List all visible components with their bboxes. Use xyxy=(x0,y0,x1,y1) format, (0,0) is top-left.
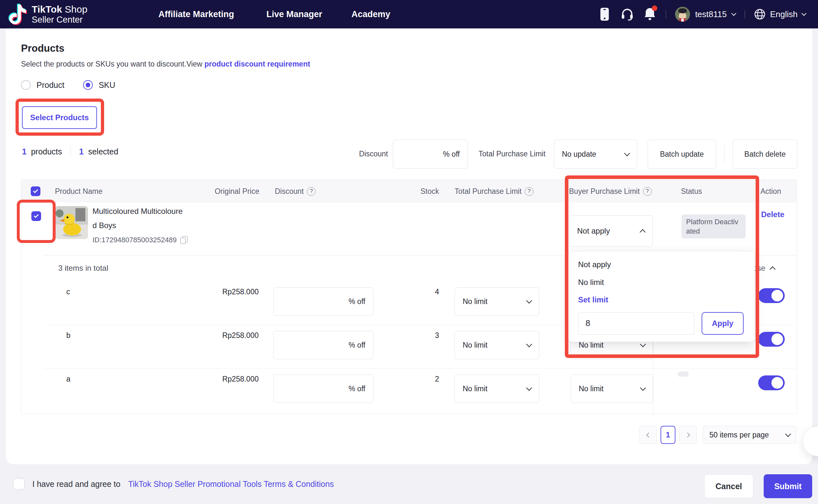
notification-bell-icon[interactable] xyxy=(643,7,657,22)
products-count: 1 xyxy=(22,147,26,156)
batch-discount-label: Discount xyxy=(356,150,388,158)
discount-requirement-link[interactable]: product discount requirement xyxy=(204,60,310,68)
radio-product[interactable] xyxy=(21,80,31,90)
submit-button[interactable]: Submit xyxy=(764,474,812,498)
select-all-checkbox[interactable] xyxy=(31,186,40,196)
nav-academy[interactable]: Academy xyxy=(351,0,390,28)
col-product-name: Product Name xyxy=(55,180,102,203)
batch-discount-input-box: % off xyxy=(393,140,468,169)
chevron-down-icon xyxy=(526,385,532,391)
terms-checkbox[interactable] xyxy=(13,478,25,490)
radio-product-label: Product xyxy=(37,80,64,90)
copy-icon[interactable] xyxy=(180,236,188,244)
page: TikTok Shop Seller Center Affiliate Mark… xyxy=(0,0,818,504)
check-icon xyxy=(33,188,38,193)
batch-update-button[interactable]: Batch update xyxy=(648,140,716,169)
brand-subtitle: Seller Center xyxy=(32,15,87,24)
sku-discount-input[interactable] xyxy=(274,288,349,315)
batch-delete-button[interactable]: Batch delete xyxy=(733,140,797,169)
buyer-limit-help-icon[interactable] xyxy=(643,187,652,196)
pagination-next-button[interactable] xyxy=(679,426,697,444)
page-size-select[interactable]: 50 items per page xyxy=(703,426,796,444)
col-buyer-purchase-limit: Buyer Purchase Limit xyxy=(569,180,652,203)
support-headset-icon[interactable] xyxy=(621,7,634,22)
dropdown-option-not-apply[interactable]: Not apply xyxy=(578,259,745,270)
sku-name: b xyxy=(66,331,70,340)
dropdown-option-set-limit[interactable]: Set limit xyxy=(578,294,745,305)
username: test8115 xyxy=(695,9,727,19)
col-status: Status xyxy=(681,180,702,203)
toggle-knob xyxy=(771,290,783,301)
sku-total-limit-select[interactable]: No limit xyxy=(455,331,539,359)
sku-buyer-limit-select[interactable]: No limit xyxy=(571,374,653,403)
mobile-app-icon[interactable] xyxy=(598,7,611,22)
sku-discount-input[interactable] xyxy=(274,331,349,359)
user-menu[interactable]: test8115 xyxy=(675,7,736,22)
language-selector[interactable]: English xyxy=(754,8,806,20)
pagination-prev-button[interactable] xyxy=(639,426,657,444)
page-title: Products xyxy=(21,43,64,54)
chevron-down-icon xyxy=(640,385,646,391)
sku-discount-input-box: % off xyxy=(273,287,373,316)
limit-input[interactable] xyxy=(578,318,694,328)
sku-stock: 3 xyxy=(413,331,439,340)
select-all-checkbox-cell xyxy=(31,180,40,203)
sku-active-toggle[interactable] xyxy=(758,288,785,303)
pagination-page-1[interactable]: 1 xyxy=(661,426,676,444)
terms-link[interactable]: TikTok Shop Seller Promotional Tools Ter… xyxy=(128,479,334,489)
product-id: ID:1729480785003252489 xyxy=(92,236,177,244)
batch-discount-input[interactable] xyxy=(393,140,443,168)
check-icon xyxy=(34,213,39,218)
batch-total-limit-label: Total Purchase Limit xyxy=(478,150,545,158)
col-action: Action xyxy=(760,180,781,203)
sku-active-toggle[interactable] xyxy=(758,375,785,390)
chevron-left-icon xyxy=(646,432,651,437)
sku-total-limit-select[interactable]: No limit xyxy=(455,287,539,316)
product-buyer-limit-select[interactable]: Not apply xyxy=(569,215,653,247)
selected-count: 1 xyxy=(79,147,84,156)
sku-price: Rp258.000 xyxy=(207,331,259,340)
tiktok-note-icon xyxy=(8,4,27,25)
delete-action-link[interactable]: Delete xyxy=(761,210,784,219)
selected-count-label: selected xyxy=(88,147,118,156)
product-name-line2[interactable]: d Boys xyxy=(92,222,116,229)
top-nav-bar: TikTok Shop Seller Center Affiliate Mark… xyxy=(0,0,818,28)
brand-logo[interactable]: TikTok Shop Seller Center xyxy=(8,4,87,25)
nav-affiliate-marketing[interactable]: Affiliate Marketing xyxy=(158,0,234,28)
selection-counts: 1 products 1 selected xyxy=(22,145,118,158)
cancel-button[interactable]: Cancel xyxy=(704,474,753,498)
sku-price: Rp258.000 xyxy=(207,288,259,296)
nav-live-manager[interactable]: Live Manager xyxy=(267,0,322,28)
product-image xyxy=(55,206,88,239)
sku-total-limit-select[interactable]: No limit xyxy=(455,374,539,403)
sku-price: Rp258.000 xyxy=(207,375,259,383)
apply-button[interactable]: Apply xyxy=(702,312,744,335)
notification-dot xyxy=(652,5,657,11)
product-row-checkbox[interactable] xyxy=(31,211,41,221)
discount-help-icon[interactable] xyxy=(307,187,316,196)
chevron-down-icon xyxy=(640,341,646,347)
terms-agreement: I have read and agree to TikTok Shop Sel… xyxy=(13,475,334,493)
chevron-down-icon xyxy=(624,150,630,156)
chevron-down-icon xyxy=(731,11,736,16)
sku-active-toggle[interactable] xyxy=(758,332,785,347)
select-products-button[interactable]: Select Products xyxy=(22,106,97,129)
sku-discount-input[interactable] xyxy=(274,375,349,403)
chevron-down-icon xyxy=(526,298,532,303)
counts-divider xyxy=(70,146,71,157)
sku-name: a xyxy=(66,375,70,383)
brand-text: TikTok Shop Seller Center xyxy=(32,4,87,25)
chevron-up-icon xyxy=(640,229,645,235)
avatar xyxy=(675,7,690,22)
product-name-line1[interactable]: Multicoloured Multicoloure xyxy=(92,207,183,215)
batch-total-limit-select[interactable]: No update xyxy=(554,140,637,169)
radio-sku[interactable] xyxy=(83,80,93,90)
total-limit-help-icon[interactable] xyxy=(525,187,533,196)
dropdown-option-no-limit[interactable]: No limit xyxy=(578,277,745,288)
batch-buttons-divider xyxy=(724,145,725,163)
col-discount: Discount xyxy=(275,180,316,203)
chevron-down-icon xyxy=(785,431,791,437)
sku-stock: 4 xyxy=(413,288,439,296)
product-id-row: ID:1729480785003252489 xyxy=(92,236,188,244)
sku-name: c xyxy=(66,288,70,296)
